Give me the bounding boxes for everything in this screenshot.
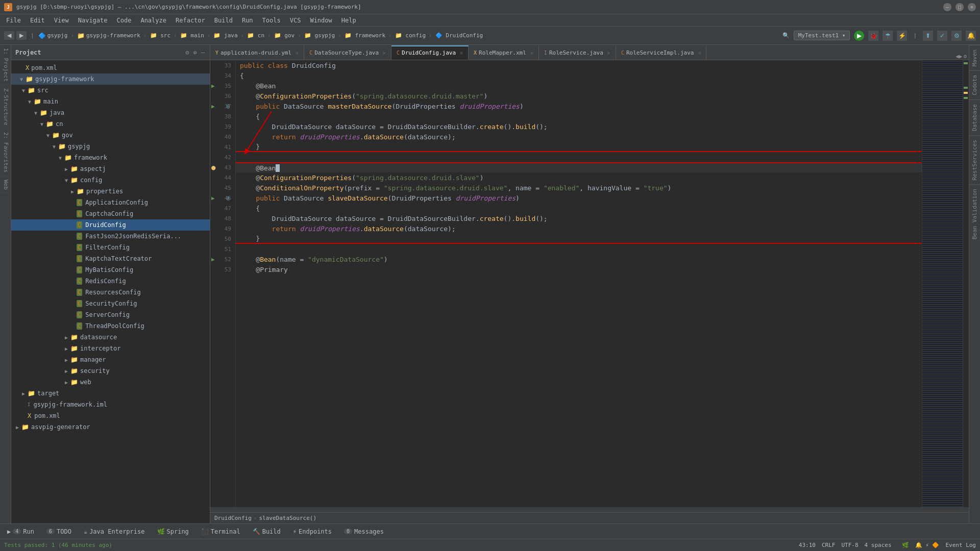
run-config-selector[interactable]: MyTest.test1 ▾: [794, 31, 850, 40]
tree-filterconfig[interactable]: C FilterConfig: [11, 242, 210, 253]
tree-main[interactable]: ▼ 📁 main: [11, 96, 210, 107]
menu-vcs[interactable]: VCS: [286, 16, 305, 25]
encoding[interactable]: UTF-8: [841, 542, 858, 548]
run-gutter-icon-52[interactable]: ▶: [211, 256, 215, 263]
tree-redisconfig[interactable]: C RedisConfig: [11, 276, 210, 287]
tree-applicationconfig[interactable]: C ApplicationConfig: [11, 197, 210, 208]
tree-mybatisconfig[interactable]: C MyBatisConfig: [11, 264, 210, 276]
tab-close-icon[interactable]: ✕: [460, 50, 463, 56]
debug-button[interactable]: 🐞: [868, 31, 878, 41]
tab-druidconfig[interactable]: C DruidConfig.java ✕: [391, 45, 469, 60]
breadcrumb-gsypjg2[interactable]: 📁 gsypjg: [304, 32, 335, 39]
breadcrumb-framework[interactable]: 📁 gsypjg-framework: [77, 32, 140, 39]
tree-web[interactable]: ▶ 📁 web: [11, 377, 210, 388]
tree-asvpig[interactable]: ▶ 📁 asvpig-generator: [11, 421, 210, 433]
git-commit-button[interactable]: ✓: [937, 31, 947, 41]
tree-java[interactable]: ▼ 📁 java: [11, 107, 210, 118]
bottom-tab-endpoints[interactable]: ⚡ Endpoints: [290, 527, 335, 536]
tab-application-druid[interactable]: Y application-druid.yml ✕: [210, 45, 304, 60]
breadcrumb-java[interactable]: 📁 java: [213, 32, 237, 39]
code-content[interactable]: public class DruidConfig { @Bean: [236, 60, 922, 507]
menu-navigate[interactable]: Navigate: [74, 16, 112, 25]
breadcrumb-druidconfig[interactable]: 🔷 DruidConfig: [435, 32, 483, 39]
tab-roleservice[interactable]: I RoleService.java ✕: [539, 45, 616, 60]
git-update-button[interactable]: ⬆: [923, 31, 933, 41]
breadcrumb-src[interactable]: 📁 src: [150, 32, 171, 39]
menu-run[interactable]: Run: [238, 16, 257, 25]
tree-cn[interactable]: ▼ 📁 cn: [11, 118, 210, 130]
bottom-tab-run[interactable]: ▶ 4 Run: [4, 527, 37, 536]
right-tab-rest[interactable]: RestServices: [969, 135, 980, 184]
run-gutter-icon-37[interactable]: ▶: [211, 103, 215, 110]
tree-resourcesconfig[interactable]: C ResourcesConfig: [11, 287, 210, 298]
run-gutter-icon-35[interactable]: ▶: [211, 83, 215, 89]
breadcrumb-gov[interactable]: 📁 gov: [274, 32, 295, 39]
tree-framework[interactable]: ▼ 📁 framework: [11, 152, 210, 163]
tree-target[interactable]: ▶ 📁 target: [11, 388, 210, 399]
menu-window[interactable]: Window: [306, 16, 336, 25]
tree-druidconfig[interactable]: C DruidConfig: [11, 219, 210, 231]
tree-src[interactable]: ▼ 📁 src: [11, 85, 210, 96]
right-tab-database[interactable]: Database: [969, 99, 980, 135]
back-button[interactable]: ◀: [4, 31, 14, 40]
run-button[interactable]: ▶: [854, 31, 864, 41]
right-tab-bean-validation[interactable]: Bean Validation: [969, 184, 980, 243]
menu-code[interactable]: Code: [113, 16, 136, 25]
tree-iml[interactable]: I gsypjg-framework.iml: [11, 399, 210, 410]
maximize-button[interactable]: □: [955, 3, 964, 11]
tree-security[interactable]: ▶ 📁 security: [11, 365, 210, 377]
indent-info[interactable]: 4 spaces: [865, 542, 892, 548]
menu-analyze[interactable]: Analyze: [136, 16, 170, 25]
left-tab-web[interactable]: Web: [0, 177, 11, 193]
gear-icon[interactable]: ⚙: [184, 48, 190, 57]
left-tab-structure[interactable]: Z-Structure: [0, 85, 11, 129]
menu-file[interactable]: File: [2, 16, 25, 25]
menu-view[interactable]: View: [50, 16, 73, 25]
bottom-tab-java-enterprise[interactable]: ☕ Java Enterprise: [81, 527, 148, 536]
breadcrumb-config[interactable]: 📁 config: [395, 32, 426, 39]
editor-settings-icon[interactable]: ⚙: [963, 53, 967, 60]
menu-edit[interactable]: Edit: [26, 16, 49, 25]
event-log[interactable]: Event Log: [945, 542, 976, 548]
bottom-tab-build[interactable]: 🔨 Build: [250, 527, 284, 536]
tree-interceptor[interactable]: ▶ 📁 interceptor: [11, 343, 210, 354]
tab-close-icon[interactable]: ✕: [607, 50, 610, 56]
notifications-button[interactable]: 🔔: [966, 31, 976, 41]
tree-gsypjg-pkg[interactable]: ▼ 📁 gsypjg: [11, 141, 210, 152]
minimize-button[interactable]: —: [943, 3, 951, 11]
line-ending[interactable]: CRLF: [822, 542, 836, 548]
tab-datasourcetype[interactable]: C DataSourceType.java ✕: [304, 45, 391, 60]
tree-fastjson[interactable]: C FastJson2JsonRedisSeria...: [11, 231, 210, 242]
tab-close-icon[interactable]: ✕: [530, 50, 533, 56]
tree-pom-xml[interactable]: X pom.xml: [11, 62, 210, 73]
tree-config[interactable]: ▼ 📁 config: [11, 174, 210, 186]
run-gutter-icon-46[interactable]: ▶: [211, 195, 215, 202]
cursor-position[interactable]: 43:10: [799, 542, 816, 548]
tree-kaptcha[interactable]: C KaptchaTextCreator: [11, 253, 210, 264]
breadcrumb-cn[interactable]: 📁 cn: [247, 32, 264, 39]
tree-captchaconfig[interactable]: C CaptchaConfig: [11, 208, 210, 219]
tab-rolemapper[interactable]: X RoleMapper.xml ✕: [469, 45, 539, 60]
tree-gov[interactable]: ▼ 📁 gov: [11, 130, 210, 141]
forward-button[interactable]: ▶: [16, 31, 27, 40]
bottom-tab-terminal[interactable]: ⬛ Terminal: [198, 527, 243, 536]
tab-close-icon[interactable]: ✕: [698, 50, 701, 56]
breadcrumb-main[interactable]: 📁 main: [180, 32, 204, 39]
profile-button[interactable]: ⚡: [897, 31, 907, 41]
menu-build[interactable]: Build: [210, 16, 237, 25]
tab-roleserviceimpl[interactable]: C RoleServiceImpl.java ✕: [616, 45, 707, 60]
tree-properties[interactable]: ▶ 📁 properties: [11, 186, 210, 197]
collapse-icon[interactable]: —: [200, 48, 206, 57]
tree-securityconfig[interactable]: C SecurityConfig: [11, 298, 210, 309]
tree-pom2[interactable]: X pom.xml: [11, 410, 210, 421]
cog-icon[interactable]: ⊕: [192, 48, 198, 57]
tree-serverconfig[interactable]: C ServerConfig: [11, 309, 210, 320]
tree-aspectj[interactable]: ▶ 📁 aspectj: [11, 163, 210, 174]
settings-button[interactable]: ⚙: [951, 31, 962, 41]
tree-manager[interactable]: ▶ 📁 manager: [11, 354, 210, 365]
left-tab-project[interactable]: 1: Project: [0, 45, 11, 85]
right-tab-maven[interactable]: Maven: [969, 45, 980, 70]
left-tab-favorites[interactable]: 2: Favorites: [0, 129, 11, 176]
tab-close-icon[interactable]: ✕: [296, 50, 299, 56]
menu-tools[interactable]: Tools: [258, 16, 285, 25]
